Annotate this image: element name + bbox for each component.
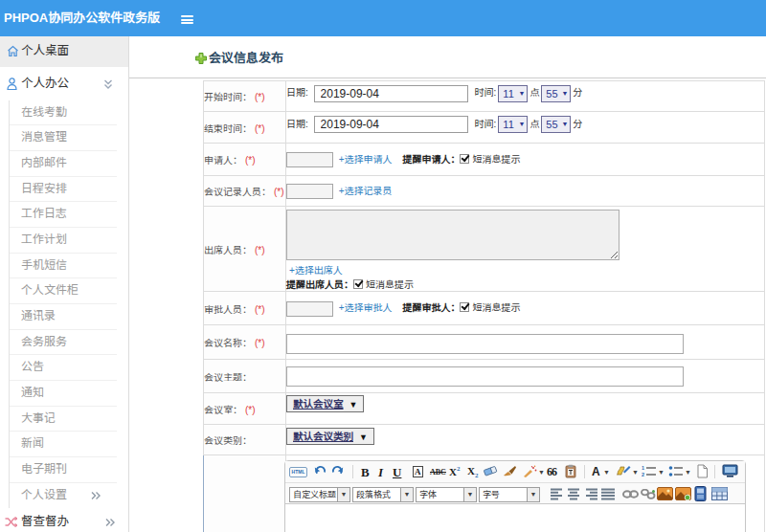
svg-text:2: 2 [642, 472, 644, 477]
svg-text:1: 1 [642, 465, 644, 471]
